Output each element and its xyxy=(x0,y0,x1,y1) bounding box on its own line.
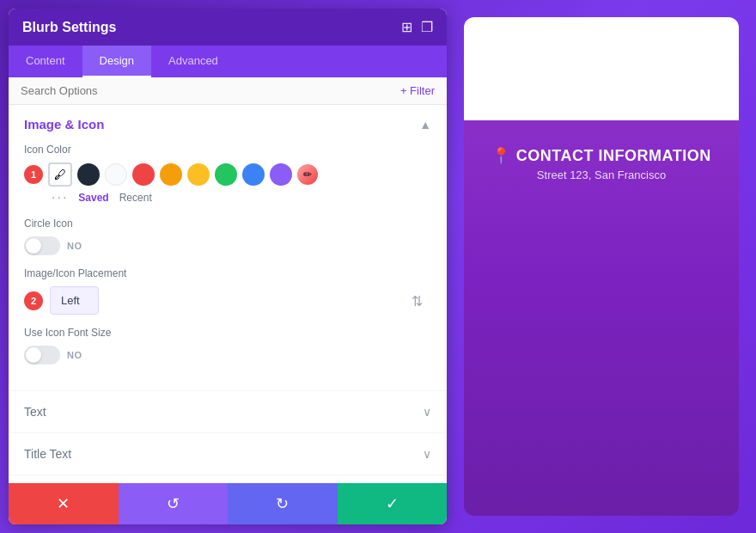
tabs-container: Content Design Advanced xyxy=(9,46,447,77)
tab-design[interactable]: Design xyxy=(82,46,151,77)
tab-advanced[interactable]: Advanced xyxy=(151,46,235,77)
recent-button[interactable]: Recent xyxy=(119,192,152,204)
color-green[interactable] xyxy=(215,163,237,186)
undo-button[interactable]: ↺ xyxy=(119,483,229,524)
circle-icon-toggle-row: NO xyxy=(24,236,431,255)
search-bar: + Filter xyxy=(9,77,447,105)
contact-subtitle: Street 123, San Francisco xyxy=(537,168,666,181)
content-area[interactable]: Image & Icon ▲ Icon Color 1 🖋 xyxy=(9,105,447,483)
saved-recent-row: ··· Saved Recent xyxy=(52,190,431,205)
image-icon-chevron: ▲ xyxy=(419,118,431,132)
contact-info-title: 📍 CONTACT INFORMATION xyxy=(491,146,710,165)
color-red[interactable] xyxy=(132,163,155,186)
color-blue[interactable] xyxy=(242,163,265,186)
color-yellow[interactable] xyxy=(187,163,210,186)
circle-icon-label: Circle Icon xyxy=(24,217,431,230)
badge-1: 1 xyxy=(24,165,43,184)
icon-font-size-toggle-row: NO xyxy=(24,346,431,365)
circle-icon-field: Circle Icon NO xyxy=(24,217,431,255)
color-white[interactable] xyxy=(105,163,127,186)
dots-button[interactable]: ··· xyxy=(52,190,68,205)
gradient-swatch[interactable]: ✏ xyxy=(297,164,318,185)
placement-dropdown-row: 2 Left Right Top ⇅ xyxy=(24,286,431,315)
color-orange[interactable] xyxy=(160,163,182,186)
placement-select-wrapper: Left Right Top ⇅ xyxy=(50,286,431,315)
text-section[interactable]: Text ∨ xyxy=(9,391,447,433)
expand-icon[interactable]: ⊞ xyxy=(401,19,412,35)
image-icon-title: Image & Icon xyxy=(24,117,104,132)
panel-header: Blurb Settings ⊞ ❐ xyxy=(9,9,447,46)
bottom-toolbar: ✕ ↺ ↻ ✓ xyxy=(9,483,447,524)
tab-content[interactable]: Content xyxy=(9,46,82,77)
color-row: 1 🖋 ✏ xyxy=(24,162,431,187)
body-text-section[interactable]: Body Text ∨ xyxy=(9,475,447,483)
saved-button[interactable]: Saved xyxy=(78,192,108,204)
placement-label: Image/Icon Placement xyxy=(24,267,431,279)
select-arrow-icon: ⇅ xyxy=(412,292,423,309)
layout-icon[interactable]: ❐ xyxy=(421,19,433,35)
preview-bottom: 📍 CONTACT INFORMATION Street 123, San Fr… xyxy=(464,120,739,516)
icon-color-label: Icon Color xyxy=(24,144,431,156)
badge-2: 2 xyxy=(24,291,43,310)
preview-top xyxy=(464,17,739,120)
image-icon-header[interactable]: Image & Icon ▲ xyxy=(9,105,447,144)
icon-font-size-label: Use Icon Font Size xyxy=(24,327,431,339)
circle-icon-toggle[interactable] xyxy=(24,236,60,255)
redo-button[interactable]: ↻ xyxy=(228,483,338,524)
color-black[interactable] xyxy=(77,163,100,186)
settings-panel: Blurb Settings ⊞ ❐ Content Design Advanc… xyxy=(9,9,447,524)
icon-font-size-field: Use Icon Font Size NO xyxy=(24,327,431,365)
image-icon-section: Image & Icon ▲ Icon Color 1 🖋 xyxy=(9,105,447,391)
eyedropper-btn[interactable]: 🖋 xyxy=(48,162,72,187)
header-icons: ⊞ ❐ xyxy=(401,19,433,35)
icon-color-field: Icon Color 1 🖋 ✏ xyxy=(24,144,431,205)
filter-button[interactable]: + Filter xyxy=(400,84,435,97)
icon-font-size-toggle-label: NO xyxy=(67,350,82,360)
image-icon-content: Icon Color 1 🖋 ✏ xyxy=(9,144,447,390)
close-button[interactable]: ✕ xyxy=(9,483,119,524)
icon-font-size-toggle[interactable] xyxy=(24,346,60,365)
pin-icon: 📍 xyxy=(491,146,511,165)
title-text-chevron-icon: ∨ xyxy=(423,447,431,461)
placement-select[interactable]: Left Right Top xyxy=(50,286,99,315)
preview-panel: 📍 CONTACT INFORMATION Street 123, San Fr… xyxy=(464,17,739,516)
panel-title: Blurb Settings xyxy=(22,20,116,35)
placement-field: Image/Icon Placement 2 Left Right Top ⇅ xyxy=(24,267,431,315)
circle-icon-toggle-label: NO xyxy=(67,241,82,251)
title-text-section[interactable]: Title Text ∨ xyxy=(9,433,447,475)
toggle-knob xyxy=(26,238,41,254)
text-section-title: Text xyxy=(24,405,46,419)
text-chevron-icon: ∨ xyxy=(423,405,431,419)
search-input[interactable] xyxy=(21,84,165,97)
color-purple[interactable] xyxy=(270,163,292,186)
icon-font-size-knob xyxy=(26,347,41,363)
confirm-button[interactable]: ✓ xyxy=(338,483,448,524)
title-text-section-title: Title Text xyxy=(24,447,71,461)
